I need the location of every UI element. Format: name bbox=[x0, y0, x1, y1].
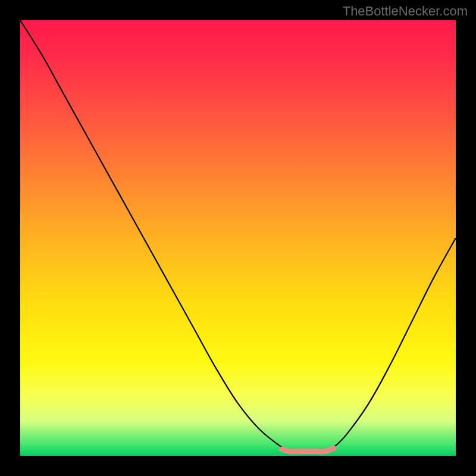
bottleneck-curve-line bbox=[20, 20, 456, 452]
chart-plot-area bbox=[20, 20, 456, 456]
chart-svg-layer bbox=[20, 20, 456, 456]
watermark-label: TheBottleNecker.com bbox=[343, 4, 468, 19]
optimal-band-line bbox=[281, 449, 334, 452]
